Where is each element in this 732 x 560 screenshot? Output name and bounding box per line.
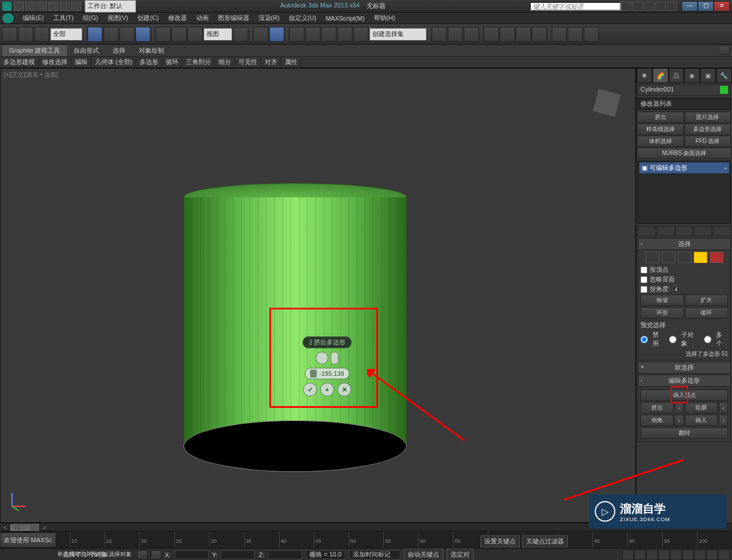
set-key-button[interactable]: 设置关键点 (480, 535, 520, 547)
scale-icon[interactable] (188, 27, 202, 42)
select-object-icon[interactable] (87, 27, 102, 42)
close-button[interactable]: ✕ (714, 1, 730, 11)
menu-tools[interactable]: 工具(T) (49, 13, 78, 23)
cp-tab-create-icon[interactable]: ✺ (636, 68, 653, 83)
cp-tab-motion-icon[interactable]: ◉ (684, 68, 700, 83)
subobj-polygon-icon[interactable] (694, 252, 707, 263)
menu-rendering[interactable]: 渲染(R) (254, 13, 284, 23)
cp-tab-utilities-icon[interactable]: 🔧 (716, 68, 732, 83)
by-angle-spinner[interactable] (673, 286, 679, 293)
extrude-button[interactable]: 挤出 (640, 402, 674, 414)
inset-button[interactable]: 插入 (685, 415, 718, 426)
align-icon[interactable] (448, 27, 463, 42)
rendered-frame-icon[interactable] (568, 27, 583, 42)
viewport-label[interactable]: [+][正交][真实 + 边面] (4, 71, 58, 79)
flip-button[interactable]: 翻转 (640, 427, 728, 439)
bevel-settings-button[interactable]: ▫ (675, 415, 684, 426)
ribbon-tab-freeform[interactable]: 自由形式 (67, 45, 106, 56)
ribbon-sub-geometry[interactable]: 几何体 (全部) (92, 57, 136, 67)
caddy-height-spinner[interactable]: -195.139 (305, 368, 349, 379)
snap-3-icon[interactable] (289, 27, 304, 42)
stack-pin-icon[interactable] (638, 226, 656, 236)
ribbon-tab-paint[interactable]: 对象绘制 (132, 45, 171, 56)
minimize-button[interactable]: — (682, 1, 698, 11)
ref-coord-dropdown[interactable]: 视图 (204, 28, 232, 41)
menu-graph-editors[interactable]: 图形编辑器 (213, 13, 254, 23)
manipulate-icon[interactable] (253, 27, 268, 42)
named-selection-dropdown[interactable]: 创建选择集 (369, 28, 427, 41)
rotate-icon[interactable] (172, 27, 186, 42)
nav-orbit-icon[interactable] (706, 550, 718, 560)
qat-undo-icon[interactable] (48, 2, 58, 11)
ring-button[interactable]: 环形 (640, 307, 684, 319)
subobj-edge-icon[interactable] (662, 252, 675, 263)
goto-end-icon[interactable] (670, 550, 682, 560)
rect-region-icon[interactable] (120, 27, 134, 42)
ribbon-minimize-icon[interactable] (718, 46, 730, 55)
ribbon-sub-align[interactable]: 对齐 (261, 57, 281, 67)
rollout-edit-poly-header[interactable]: 编辑多边形 (638, 375, 731, 387)
rollout-selection-header[interactable]: 选择 (638, 238, 731, 250)
selection-lock-icon[interactable] (137, 550, 148, 559)
coord-x-field[interactable] (174, 550, 209, 559)
bevel-button[interactable]: 倒角 (640, 415, 674, 426)
mod-btn-splinesel[interactable]: 样条线选择 (637, 124, 684, 135)
maxscript-listener-button[interactable]: 欢迎使用 MAXSc (0, 533, 56, 547)
modifier-list-dropdown[interactable]: 修改器列表 (638, 98, 731, 110)
favorite-icon[interactable] (655, 2, 666, 11)
inset-settings-button[interactable]: ▫ (719, 415, 728, 426)
preview-off-radio[interactable] (640, 336, 648, 343)
angle-snap-icon[interactable] (305, 27, 320, 42)
menu-modifiers[interactable]: 修改器 (164, 13, 192, 23)
window-crossing-icon[interactable] (136, 27, 150, 42)
menu-help[interactable]: 帮助(H) (369, 13, 400, 23)
bind-spacewarp-icon[interactable] (34, 27, 49, 42)
workspace-dropdown[interactable]: 工作台: 默认 (85, 0, 136, 13)
outline-settings-button[interactable]: ▫ (719, 402, 728, 414)
help-search-input[interactable] (530, 2, 621, 11)
render-setup-icon[interactable] (552, 27, 567, 42)
layers-icon[interactable] (464, 27, 479, 42)
spinner-snap-icon[interactable] (337, 27, 352, 42)
cp-tab-modify-icon[interactable]: 🌈 (653, 68, 669, 83)
exchange-icon[interactable] (644, 2, 654, 11)
menu-animation[interactable]: 动画 (192, 13, 213, 23)
pivot-center-icon[interactable] (233, 27, 248, 42)
stack-expand-icon[interactable]: ▣ (642, 164, 647, 172)
ribbon-sub-loops[interactable]: 循环 (162, 57, 182, 67)
viewcube-icon[interactable] (593, 89, 621, 117)
cp-tab-hierarchy-icon[interactable]: 品 (669, 68, 685, 83)
ribbon-sub-polygons[interactable]: 多边形 (136, 57, 162, 67)
ribbon-sub-edit[interactable]: 编辑 (71, 57, 92, 67)
maximize-button[interactable]: ▢ (698, 1, 714, 11)
caddy-cancel-button[interactable]: ✕ (337, 383, 351, 396)
stack-toggle-icon[interactable]: ▫ (725, 165, 727, 172)
menu-edit[interactable]: 编辑(E) (18, 13, 49, 23)
qat-link-icon[interactable] (71, 2, 81, 11)
track-bar[interactable]: 0510152025303540455055606570758085909510… (0, 531, 732, 548)
mod-btn-ffdsel[interactable]: FFD 选择 (685, 136, 731, 147)
stack-unique-icon[interactable] (675, 226, 694, 236)
selected-key-dropdown[interactable]: 选定对 (447, 549, 474, 560)
ribbon-sub-subdiv[interactable]: 细分 (215, 57, 235, 67)
stack-editable-poly[interactable]: ▣ 可编辑多边形 ▫ (639, 162, 729, 173)
edit-selection-sets-icon[interactable] (353, 27, 368, 42)
isolate-icon[interactable] (151, 550, 161, 559)
signin-icon[interactable] (632, 2, 643, 11)
rollout-soft-header[interactable]: 软选择 (638, 362, 731, 374)
caddy-mode-icon[interactable] (316, 352, 328, 364)
loop-button[interactable]: 循环 (685, 307, 729, 319)
goto-start-icon[interactable] (622, 550, 634, 560)
infocenter-icon[interactable] (621, 2, 631, 11)
percent-snap-icon[interactable] (321, 27, 336, 42)
select-by-name-icon[interactable] (104, 27, 118, 42)
ignore-backface-checkbox[interactable] (640, 276, 647, 283)
nav-maximize-icon[interactable] (718, 550, 730, 560)
shrink-button[interactable]: 收缩 (640, 295, 684, 306)
time-slider-handle[interactable]: 0 / 100 (10, 524, 39, 531)
stack-remove-icon[interactable] (694, 226, 712, 236)
preview-sub-radio[interactable] (669, 336, 677, 343)
menu-create[interactable]: 创建(C) (133, 13, 163, 23)
preview-multi-radio[interactable] (704, 336, 711, 343)
by-vertex-checkbox[interactable] (640, 267, 647, 273)
